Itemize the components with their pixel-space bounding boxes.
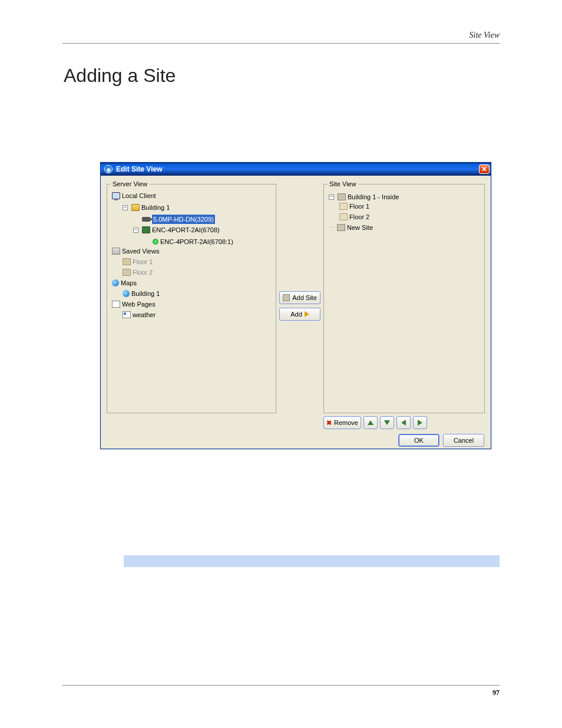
- remove-button[interactable]: ✖ Remove: [323, 416, 361, 429]
- button-label: Remove: [334, 419, 358, 426]
- tree-label: ENC-4PORT-2AI(6708:1): [160, 237, 233, 246]
- encoder-icon: [142, 226, 150, 233]
- arrow-down-icon: [384, 420, 390, 425]
- tree-label: Web Pages: [122, 299, 156, 309]
- tree-building-1[interactable]: − Building 1: [123, 203, 170, 212]
- ok-button[interactable]: OK: [398, 434, 439, 447]
- breadcrumb: Site View: [470, 31, 500, 40]
- move-right-button[interactable]: [413, 416, 427, 429]
- door-icon: [339, 203, 348, 210]
- webpage-icon: [123, 311, 131, 318]
- move-up-button[interactable]: [363, 416, 378, 429]
- app-icon: ◉: [104, 165, 113, 173]
- tree-label: Maps: [121, 278, 137, 288]
- tree-label: Saved Views: [122, 246, 159, 256]
- tree-floor-2[interactable]: Floor 2: [123, 268, 153, 277]
- tree-label: Building 1: [131, 289, 160, 298]
- footer-rule: [62, 685, 500, 686]
- move-down-button[interactable]: [380, 416, 394, 429]
- tree-building-inside[interactable]: − Building 1 - Inside: [329, 192, 399, 202]
- site-view-panel: Site View − Building 1 - Inside Floor 1: [323, 180, 485, 413]
- tree-label-selected: 5.0MP-HD-DN(3209): [152, 215, 215, 224]
- highlight-strip: [124, 555, 500, 567]
- dialog-title: Edit Site View: [116, 165, 479, 173]
- tree-new-site[interactable]: ⋯ New Site: [329, 223, 373, 232]
- tree-camera[interactable]: 5.0MP-HD-DN(3209): [133, 215, 215, 224]
- arrow-left-icon: [401, 420, 406, 426]
- tree-encoder-channel[interactable]: ENC-4PORT-2AI(6708:1): [144, 237, 233, 246]
- building-icon: [337, 224, 345, 231]
- dialog-titlebar[interactable]: ◉ Edit Site View ✕: [101, 163, 491, 176]
- edit-site-view-dialog: ◉ Edit Site View ✕ Server View Local Cli…: [100, 162, 491, 449]
- page-title: Adding a Site: [64, 65, 176, 87]
- x-icon: ✖: [326, 419, 332, 427]
- tree-label: Local Client: [122, 191, 156, 200]
- arrow-right-icon: [418, 420, 422, 426]
- move-left-button[interactable]: [396, 416, 411, 429]
- site-view-legend: Site View: [328, 180, 358, 187]
- server-view-panel: Server View Local Client − Building 1: [107, 180, 276, 413]
- floor-icon: [123, 269, 131, 276]
- server-view-legend: Server View: [111, 180, 149, 187]
- tree-encoder[interactable]: − ENC-4PORT-2AI(6708): [133, 225, 220, 235]
- tree-site-floor-1[interactable]: Floor 1: [339, 202, 369, 211]
- arrow-right-icon: [305, 311, 309, 317]
- tree-label: New Site: [347, 223, 373, 232]
- page-icon: [112, 301, 120, 308]
- building-icon: [283, 294, 290, 301]
- collapse-icon[interactable]: −: [329, 195, 334, 200]
- server-tree[interactable]: Local Client − Building 1: [111, 191, 272, 321]
- collapse-icon[interactable]: −: [133, 228, 138, 233]
- transfer-buttons: Add Site Add: [279, 291, 320, 321]
- collapse-icon[interactable]: −: [123, 205, 128, 210]
- tree-label: Floor 1: [133, 257, 153, 266]
- monitor-icon: [112, 192, 120, 199]
- add-button[interactable]: Add: [279, 308, 320, 321]
- camera-icon: [142, 217, 150, 222]
- arrow-up-icon: [368, 420, 373, 425]
- close-button[interactable]: ✕: [479, 164, 490, 174]
- tree-floor-1[interactable]: Floor 1: [123, 257, 153, 266]
- floor-icon: [123, 258, 131, 265]
- site-action-row: ✖ Remove: [323, 416, 427, 429]
- tree-map-building[interactable]: Building 1: [123, 289, 160, 298]
- tree-weather[interactable]: weather: [123, 310, 156, 319]
- dialog-footer-buttons: OK Cancel: [398, 434, 484, 447]
- saved-views-icon: [112, 248, 120, 255]
- page-header: Site View: [62, 31, 500, 44]
- tree-maps[interactable]: Maps: [112, 278, 137, 288]
- cancel-button[interactable]: Cancel: [443, 434, 484, 447]
- tree-label: Floor 2: [133, 268, 153, 277]
- door-icon: [339, 213, 348, 220]
- add-site-button[interactable]: Add Site: [279, 291, 320, 304]
- folder-icon: [131, 204, 140, 211]
- tree-saved-views[interactable]: Saved Views: [112, 246, 159, 256]
- tree-label: Building 1: [141, 203, 170, 212]
- tree-label: Floor 1: [349, 202, 369, 211]
- tree-label: weather: [133, 310, 156, 319]
- button-label: Add Site: [292, 294, 317, 301]
- tree-label: Building 1 - Inside: [348, 192, 399, 202]
- globe-icon: [123, 290, 130, 297]
- tree-local-client[interactable]: Local Client: [112, 191, 156, 200]
- channel-icon: [153, 239, 158, 245]
- dialog-body: Server View Local Client − Building 1: [101, 176, 491, 449]
- button-label: Add: [290, 311, 302, 318]
- tree-label: Floor 2: [349, 212, 369, 222]
- building-icon: [338, 193, 346, 200]
- tree-web-pages[interactable]: Web Pages: [112, 299, 156, 309]
- tree-label: ENC-4PORT-2AI(6708): [152, 225, 220, 235]
- page-number: 97: [492, 689, 500, 697]
- site-tree[interactable]: − Building 1 - Inside Floor 1 Floor 2: [328, 191, 481, 232]
- globe-icon: [112, 279, 119, 286]
- tree-site-floor-2[interactable]: Floor 2: [339, 212, 369, 222]
